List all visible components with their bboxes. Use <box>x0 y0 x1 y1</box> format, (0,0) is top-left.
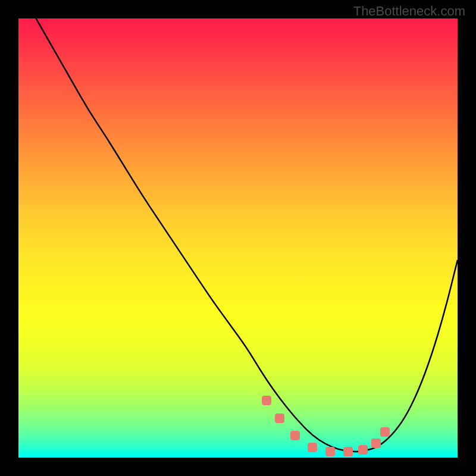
bottleneck-marker <box>308 443 317 452</box>
bottleneck-marker <box>275 414 284 423</box>
plot-area <box>18 18 458 458</box>
bottleneck-marker <box>358 445 368 455</box>
watermark-text: TheBottleneck.com <box>353 4 465 19</box>
bottleneck-marker <box>262 396 271 405</box>
bottleneck-marker <box>290 431 300 440</box>
bottleneck-marker <box>343 447 353 456</box>
bottleneck-marker <box>380 427 390 437</box>
bottleneck-marker <box>371 439 381 448</box>
bottleneck-marker <box>325 447 335 456</box>
markers-layer <box>18 18 458 458</box>
